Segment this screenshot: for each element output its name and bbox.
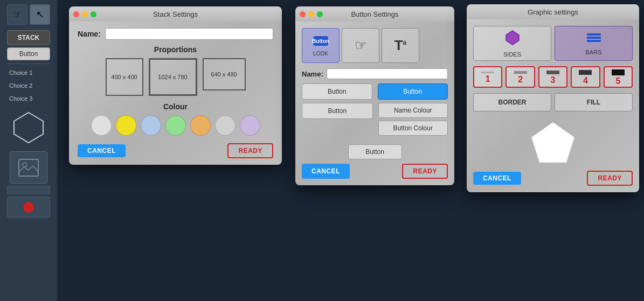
button-below-preview: Button (302, 144, 448, 159)
button-below[interactable]: Button (348, 144, 402, 159)
fill-button[interactable]: FILL (555, 93, 633, 111)
border-button[interactable]: BORDER (473, 93, 551, 111)
button-footer: CANCEL READY (302, 164, 448, 179)
number-row: 1 2 3 4 5 (473, 66, 633, 88)
sidebar-divider-1 (7, 64, 50, 64)
colour-row (78, 115, 273, 136)
svg-text:Button: Button (312, 38, 329, 44)
graphic-pentagon (529, 120, 577, 168)
stack-name-label: Name: (78, 30, 101, 38)
button-settings-body: Button LOOK ☞ Ta Name: Button Button (295, 22, 454, 185)
sidebar-choice-2[interactable]: Choice 2 (7, 80, 50, 91)
maximize-dot[interactable] (91, 11, 96, 17)
button-ready-button[interactable]: READY (402, 164, 448, 179)
name-colour-button[interactable]: Name Colour (378, 103, 448, 118)
sides-icon (504, 30, 521, 49)
colour-green[interactable] (165, 115, 186, 136)
proportion-small[interactable]: 400 x 400 (106, 58, 143, 96)
button-minimize-dot[interactable] (308, 11, 314, 17)
sidebar-image-placeholder (10, 151, 47, 184)
colour-gray[interactable] (215, 115, 236, 136)
num-btn-2[interactable]: 2 (505, 66, 535, 88)
graphic-settings-body: SIDES BARS 1 2 (467, 19, 639, 192)
btab-look[interactable]: Button LOOK (302, 28, 340, 63)
stack-name-input[interactable] (105, 28, 273, 40)
sidebar-stack-button[interactable]: STACK (7, 30, 50, 45)
border-fill-row: BORDER FILL (473, 93, 633, 111)
graphic-cancel-button[interactable]: CANCEL (473, 172, 521, 185)
button-settings-window: Button Settings Button LOOK ☞ Ta Name: (295, 6, 454, 185)
num-btn-4[interactable]: 4 (571, 66, 600, 88)
sidebar-choice-1[interactable]: Choice 1 (7, 67, 50, 78)
button-preview-row-2: Button Name Colour Button Colour (302, 103, 448, 141)
num-bar-1 (481, 72, 494, 73)
proportions-title: Proportions (78, 45, 273, 54)
stack-settings-window: Stack Settings Name: Proportions 400 x 4… (69, 6, 282, 165)
sidebar-record[interactable] (7, 197, 50, 218)
num-bar-2 (514, 71, 527, 74)
graphic-ready-button[interactable]: READY (587, 171, 633, 186)
hand-pointer-icon: ☞ (355, 37, 367, 54)
colour-buttons: Name Colour Button Colour (378, 103, 448, 136)
button-name-label: Name: (302, 70, 323, 78)
graphic-settings-title: Graphic settings (528, 8, 578, 16)
num-bar-4 (579, 70, 592, 75)
tool-buttons: ☞ ↖ (7, 4, 50, 25)
button-preview-normal[interactable]: Button (302, 83, 372, 100)
stack-settings-titlebar: Stack Settings (69, 6, 282, 22)
num-bar-3 (546, 71, 559, 74)
sidebar-polygon-shape (7, 106, 50, 149)
colour-yellow[interactable] (116, 115, 136, 136)
num-btn-5[interactable]: 5 (604, 66, 633, 88)
graphic-settings-titlebar: Graphic settings (467, 4, 639, 19)
num-bar-5 (612, 69, 625, 75)
record-dot (23, 202, 34, 213)
graphic-shape-area (473, 117, 633, 171)
gtab-bars[interactable]: BARS (555, 26, 633, 61)
btab-text[interactable]: Ta (382, 28, 419, 63)
proportions-row: 400 x 400 1024 x 780 640 x 480 (78, 58, 273, 96)
svg-point-2 (23, 163, 27, 167)
num-btn-1[interactable]: 1 (473, 66, 502, 88)
svg-marker-9 (531, 122, 574, 163)
stack-cancel-button[interactable]: CANCEL (78, 144, 126, 157)
button-settings-titlebar: Button Settings (295, 6, 454, 22)
graphic-tabs: SIDES BARS (473, 26, 633, 61)
graphic-footer: CANCEL READY (473, 171, 633, 186)
pointer-tool[interactable]: ☞ (7, 4, 27, 25)
proportion-large[interactable]: 640 x 480 (203, 58, 246, 90)
colour-orange[interactable] (190, 115, 211, 136)
stack-settings-body: Name: Proportions 400 x 400 1024 x 780 6… (69, 22, 282, 165)
button-close-dot[interactable] (300, 11, 306, 17)
svg-rect-7 (587, 37, 601, 39)
gtab-sides[interactable]: SIDES (473, 26, 551, 61)
button-preview-blue[interactable]: Button (378, 83, 448, 100)
proportion-medium[interactable]: 1024 x 780 (149, 58, 197, 96)
btab-interaction[interactable]: ☞ (342, 28, 379, 63)
minimize-dot[interactable] (82, 11, 88, 17)
num-btn-3[interactable]: 3 (538, 66, 567, 88)
graphic-settings-window: Graphic settings SIDES (467, 4, 639, 192)
button-preview-left[interactable]: Button (302, 103, 373, 119)
stack-name-row: Name: (78, 28, 273, 40)
colour-white[interactable] (91, 115, 112, 136)
sidebar-button-btn[interactable]: Button (7, 47, 50, 60)
colour-lavender[interactable] (240, 115, 260, 136)
stack-ready-button[interactable]: READY (227, 143, 273, 158)
stack-settings-title: Stack Settings (153, 10, 198, 18)
close-dot[interactable] (73, 11, 79, 17)
button-colour-button[interactable]: Button Colour (378, 121, 448, 136)
text-format-icon: Ta (394, 37, 407, 54)
colour-title: Colour (78, 102, 273, 111)
button-look-icon: Button (312, 35, 329, 50)
button-cancel-button[interactable]: CANCEL (302, 164, 350, 179)
arrow-tool[interactable]: ↖ (30, 4, 50, 25)
stack-footer: CANCEL READY (78, 143, 273, 158)
window-controls (73, 11, 96, 17)
button-window-controls (300, 11, 323, 17)
button-maximize-dot[interactable] (317, 11, 323, 17)
button-name-input[interactable] (327, 68, 448, 79)
colour-blue[interactable] (141, 115, 161, 136)
sidebar-choice-3[interactable]: Choice 3 (7, 93, 50, 104)
button-tabs: Button LOOK ☞ Ta (302, 28, 448, 63)
